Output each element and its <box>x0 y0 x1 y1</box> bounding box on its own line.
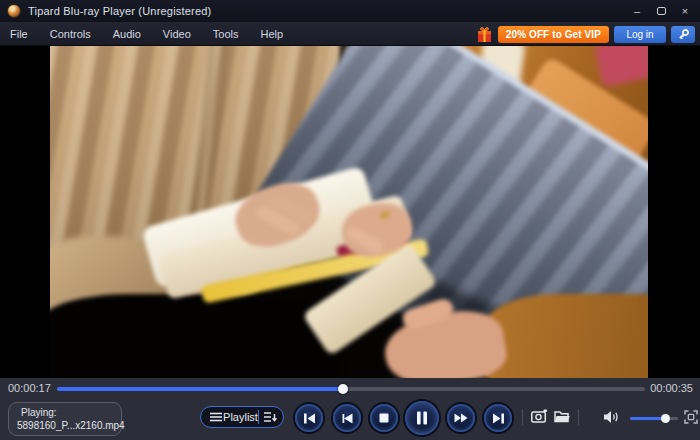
volume-fill <box>630 417 665 420</box>
toolbar-separator <box>522 409 523 425</box>
stop-button[interactable] <box>370 404 398 432</box>
title-bar: Tipard Blu-ray Player (Unregistered) – × <box>0 0 700 22</box>
menu-help[interactable]: Help <box>249 22 294 46</box>
menu-bar: File Controls Audio Video Tools Help 20%… <box>0 22 700 46</box>
menu-tools[interactable]: Tools <box>202 22 250 46</box>
control-panel: 00:00:17 00:00:35 Playing: 5898160_P...x… <box>0 378 700 440</box>
playlist-order-icon[interactable] <box>263 411 277 423</box>
current-time: 00:00:17 <box>8 382 51 394</box>
open-folder-icon[interactable] <box>554 409 571 423</box>
gift-icon[interactable] <box>476 26 493 43</box>
fullscreen-icon[interactable] <box>684 410 698 424</box>
next-button[interactable] <box>484 404 512 432</box>
stop-icon <box>379 413 389 423</box>
volume-slider[interactable] <box>630 417 678 420</box>
menu-audio[interactable]: Audio <box>102 22 152 46</box>
fast-forward-button[interactable] <box>447 404 475 432</box>
seek-bar[interactable] <box>57 387 645 391</box>
seek-handle[interactable] <box>338 384 348 394</box>
video-stage <box>0 46 700 378</box>
login-button[interactable]: Log in <box>614 26 666 43</box>
volume-handle[interactable] <box>661 414 670 423</box>
maximize-button[interactable] <box>652 3 670 19</box>
get-vip-button[interactable]: 20% OFF to Get VIP <box>498 26 609 43</box>
pause-icon <box>416 411 428 425</box>
previous-button[interactable] <box>295 404 323 432</box>
previous-icon <box>303 413 316 424</box>
rewind-icon <box>342 413 353 424</box>
fast-forward-icon <box>454 413 468 423</box>
window-title: Tipard Blu-ray Player (Unregistered) <box>28 5 211 17</box>
pause-button[interactable] <box>405 401 439 435</box>
menu-lines-icon <box>209 412 223 422</box>
playlist-divider <box>258 410 259 424</box>
menu-controls[interactable]: Controls <box>39 22 102 46</box>
coat-sleeve-bottom <box>480 294 648 378</box>
now-playing-box: Playing: 5898160_P...x2160.mp4 <box>8 402 122 436</box>
menu-video[interactable]: Video <box>152 22 202 46</box>
playlist-button[interactable]: Playlist <box>200 406 284 428</box>
progress-row: 00:00:17 00:00:35 <box>0 378 700 398</box>
seek-bar-fill <box>57 387 343 391</box>
register-button[interactable] <box>671 26 695 43</box>
playlist-label: Playlist <box>223 411 258 423</box>
rewind-button[interactable] <box>333 404 361 432</box>
maximize-icon <box>657 7 666 15</box>
close-button[interactable]: × <box>676 3 694 19</box>
total-time: 00:00:35 <box>650 382 693 394</box>
shadow-area <box>50 294 340 378</box>
app-logo-icon <box>7 4 21 18</box>
now-playing-label: Playing: <box>17 406 121 419</box>
toolbar-separator <box>578 409 579 425</box>
video-frame[interactable] <box>50 46 648 378</box>
menu-file[interactable]: File <box>0 22 39 46</box>
minimize-button[interactable]: – <box>628 3 646 19</box>
snapshot-camera-icon[interactable] <box>531 409 548 423</box>
app-window: Tipard Blu-ray Player (Unregistered) – ×… <box>0 0 700 440</box>
now-playing-filename: 5898160_P...x2160.mp4 <box>17 419 121 432</box>
next-icon <box>492 413 505 424</box>
volume-speaker-icon[interactable] <box>603 410 621 424</box>
key-icon <box>677 28 690 41</box>
